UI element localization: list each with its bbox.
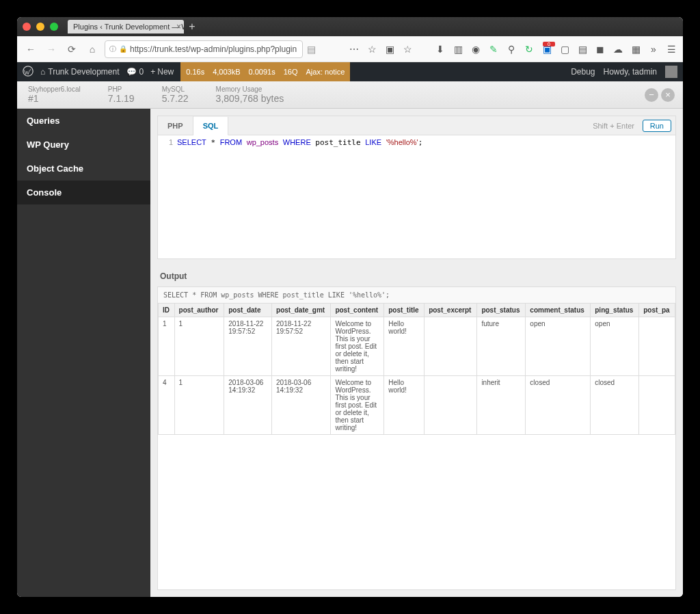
stat-ajax: Ajax: notice xyxy=(306,68,345,76)
table-cell: 2018-11-22 19:57:52 xyxy=(224,317,272,376)
url-text: https://trunk.test/wp-admin/plugins.php?… xyxy=(130,44,298,54)
table-cell xyxy=(425,376,477,435)
table-cell: 1 xyxy=(174,376,224,435)
comment-count: 0 xyxy=(139,67,144,77)
sql-editor[interactable]: 1SELECT * FROM wp_posts WHERE post_title… xyxy=(158,135,675,258)
table-cell: 1 xyxy=(159,317,175,376)
col-header: post_status xyxy=(477,304,526,317)
tab-php[interactable]: PHP xyxy=(158,116,193,135)
col-header: post_author xyxy=(174,304,224,317)
table-cell: 2018-03-06 14:19:32 xyxy=(272,376,331,435)
table-cell: inherit xyxy=(477,376,526,435)
table-cell: closed xyxy=(526,376,591,435)
evernote-icon[interactable]: ✎ xyxy=(487,44,500,55)
tab-title: Plugins ‹ Trunk Development — Wo xyxy=(73,23,184,31)
table-row: 112018-11-22 19:57:522018-11-22 19:57:52… xyxy=(159,317,675,376)
browser-navbar: ← → ⟳ ⌂ ⓘ 🔒 https://trunk.test/wp-admin/… xyxy=(17,36,683,62)
table-cell: 1 xyxy=(174,317,224,376)
site-link[interactable]: ⌂ Trunk Development xyxy=(40,67,120,77)
star-icon[interactable]: ☆ xyxy=(401,44,414,55)
table-cell: future xyxy=(477,317,526,376)
close-window-icon[interactable] xyxy=(23,23,31,31)
bug-icon[interactable]: ☁ xyxy=(612,44,624,55)
sidebar-item-objectcache[interactable]: Object Cache xyxy=(17,157,150,181)
new-label: New xyxy=(157,67,174,77)
col-header: post_content xyxy=(331,304,384,317)
menu-icon[interactable]: ☰ xyxy=(665,44,677,55)
container-icon[interactable]: ▣ xyxy=(383,44,396,55)
mysql-label: MySQL xyxy=(162,85,189,93)
close-tab-icon[interactable]: × xyxy=(176,22,181,31)
lock-icon: 🔒 xyxy=(119,45,127,53)
plus-icon: + xyxy=(150,67,155,77)
sidebar-item-wpquery[interactable]: WP Query xyxy=(17,133,150,157)
output-query: SELECT * FROM wp_posts WHERE post_title … xyxy=(158,287,675,303)
sidebar-item-console[interactable]: Console xyxy=(17,181,150,204)
library-icon[interactable]: ▥ xyxy=(452,44,464,55)
comments-link[interactable]: 💬 0 xyxy=(126,67,144,77)
sidebar-item-queries[interactable]: Queries xyxy=(17,109,150,133)
line-number: 1 xyxy=(161,138,173,146)
mysql-value: 5.7.22 xyxy=(162,93,189,104)
maximize-window-icon[interactable] xyxy=(50,23,58,31)
wp-admin-bar: ⌂ Trunk Development 💬 0 + New 0.16s 4,00… xyxy=(17,62,683,81)
col-header: post_title xyxy=(384,304,425,317)
download-icon[interactable]: ⬇ xyxy=(434,44,446,55)
col-header: ID xyxy=(159,304,175,317)
query-monitor-stats[interactable]: 0.16s 4,003kB 0.0091s 16Q Ajax: notice xyxy=(180,62,350,81)
stat-queries: 16Q xyxy=(284,68,298,76)
home-button[interactable]: ⌂ xyxy=(84,41,100,57)
col-header: post_date xyxy=(224,304,272,317)
badge-icon[interactable]: ▣0 xyxy=(541,44,553,55)
minimize-window-icon[interactable] xyxy=(36,23,44,31)
table-cell: 4 xyxy=(159,376,175,435)
table-row: 412018-03-06 14:19:322018-03-06 14:19:32… xyxy=(159,376,675,435)
new-tab-button[interactable]: + xyxy=(185,20,199,34)
editor-panel: PHP SQL Shift + Enter Run 1SELECT * FROM… xyxy=(157,116,676,259)
col-header: ping_status xyxy=(591,304,639,317)
shortcut-hint: Shift + Enter xyxy=(593,122,634,130)
table-cell: Hello world! xyxy=(384,317,425,376)
url-bar[interactable]: ⓘ 🔒 https://trunk.test/wp-admin/plugins.… xyxy=(105,40,303,58)
box-icon[interactable]: ▢ xyxy=(558,44,571,55)
run-button[interactable]: Run xyxy=(643,120,671,132)
col-header: post_pa xyxy=(639,304,675,317)
page-icon[interactable]: ▤ xyxy=(576,44,589,55)
table-cell: open xyxy=(526,317,591,376)
browser-tab[interactable]: Plugins ‹ Trunk Development — Wo × xyxy=(68,20,184,34)
wordpress-icon[interactable] xyxy=(23,66,33,79)
table-cell: 2018-03-06 14:19:32 xyxy=(224,376,272,435)
new-link[interactable]: + New xyxy=(150,67,174,77)
reader-icon[interactable]: ▤ xyxy=(307,44,316,55)
col-header: comment_status xyxy=(526,304,591,317)
refresh-ext-icon[interactable]: ↻ xyxy=(523,44,535,55)
shield-icon[interactable]: ☆ xyxy=(366,44,378,55)
table-cell: Hello world! xyxy=(384,376,425,435)
back-button[interactable]: ← xyxy=(23,41,39,57)
col-header: post_date_gmt xyxy=(272,304,331,317)
php-value: 7.1.19 xyxy=(108,93,135,104)
table-cell: Welcome to WordPress. This is your first… xyxy=(331,317,384,376)
avatar[interactable] xyxy=(665,66,677,78)
overflow-icon[interactable]: » xyxy=(647,44,660,55)
tab-sql[interactable]: SQL xyxy=(193,117,229,135)
menu-dots-icon[interactable]: ⋯ xyxy=(348,44,360,55)
reload-button[interactable]: ⟳ xyxy=(64,41,80,57)
table-cell xyxy=(639,376,675,435)
comment-icon: 💬 xyxy=(126,67,137,77)
grid-icon[interactable]: ▦ xyxy=(630,44,642,55)
onepass-icon[interactable]: ◉ xyxy=(470,44,482,55)
table-cell: open xyxy=(591,317,639,376)
debug-link[interactable]: Debug xyxy=(571,67,595,77)
dark-icon[interactable]: ◼ xyxy=(594,44,606,55)
results-table: IDpost_authorpost_datepost_date_gmtpost_… xyxy=(158,303,675,435)
forward-button[interactable]: → xyxy=(43,41,59,57)
table-cell xyxy=(639,317,675,376)
minimize-panel-icon[interactable]: − xyxy=(645,88,658,102)
pin-icon[interactable]: ⚲ xyxy=(505,44,517,55)
howdy-text[interactable]: Howdy, tadmin xyxy=(604,67,657,77)
close-panel-icon[interactable]: × xyxy=(661,88,675,102)
stat-time: 0.16s xyxy=(186,68,204,76)
col-header: post_excerpt xyxy=(425,304,477,317)
php-label: PHP xyxy=(108,85,135,93)
